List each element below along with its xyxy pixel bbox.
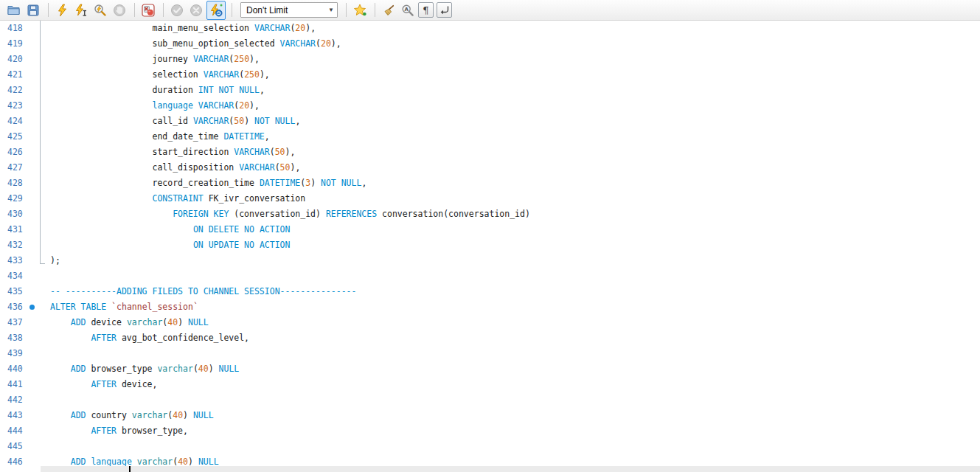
x-circle-icon bbox=[190, 4, 203, 17]
toolbar-separator bbox=[48, 3, 49, 17]
code-text: main_menu_selection VARCHAR(20), bbox=[50, 21, 316, 36]
line-number: 427 bbox=[7, 160, 23, 176]
code-line[interactable]: 436ALTER TABLE `channel_session` bbox=[0, 299, 980, 315]
code-line[interactable]: 426 start_direction VARCHAR(50), bbox=[0, 145, 980, 160]
toolbar-separator bbox=[134, 3, 135, 17]
sql-editor[interactable]: 418 main_menu_selection VARCHAR(20),419 … bbox=[0, 21, 980, 472]
code-text: FOREIGN KEY (conversation_id) REFERENCES… bbox=[50, 206, 530, 222]
svg-text:A: A bbox=[404, 6, 409, 12]
line-number: 439 bbox=[7, 346, 23, 361]
autocommit-toggle[interactable] bbox=[206, 1, 226, 20]
code-line[interactable]: 440 ADD browser_type varchar(40) NULL bbox=[0, 361, 980, 377]
line-number: 422 bbox=[7, 83, 23, 98]
code-line[interactable]: 437 ADD device varchar(40) NULL bbox=[0, 315, 980, 330]
line-number: 429 bbox=[7, 191, 23, 206]
code-text: AFTER device, bbox=[50, 377, 157, 392]
toolbar-separator bbox=[375, 3, 375, 17]
code-text: sub_menu_option_selected VARCHAR(20), bbox=[50, 36, 341, 52]
code-text: ); bbox=[50, 253, 60, 268]
code-text: CONSTRAINT FK_ivr_conversation bbox=[50, 191, 305, 206]
line-number: 443 bbox=[7, 408, 23, 423]
show-invisibles-toggle[interactable]: ¶ bbox=[418, 2, 434, 18]
code-line[interactable]: 441 AFTER device, bbox=[0, 377, 980, 392]
explain-plan-button[interactable] bbox=[91, 1, 109, 19]
wrap-text-toggle[interactable] bbox=[437, 2, 452, 18]
line-number: 418 bbox=[7, 21, 23, 36]
code-area: 418 main_menu_selection VARCHAR(20),419 … bbox=[0, 21, 980, 470]
code-line[interactable]: 425 end_date_time DATETIME, bbox=[0, 129, 980, 145]
pilcrow-icon: ¶ bbox=[423, 4, 428, 17]
rollback-button bbox=[187, 1, 205, 19]
code-text: ADD browser_type varchar(40) NULL bbox=[50, 361, 239, 377]
code-line[interactable]: 422 duration INT NOT NULL, bbox=[0, 83, 980, 98]
code-line[interactable]: 419 sub_menu_option_selected VARCHAR(20)… bbox=[0, 36, 980, 52]
code-line[interactable]: 429 CONSTRAINT FK_ivr_conversation bbox=[0, 191, 980, 206]
text-caret bbox=[129, 466, 131, 472]
line-number: 440 bbox=[7, 361, 23, 377]
code-text: call_disposition VARCHAR(50), bbox=[50, 160, 300, 176]
search-bolt-icon bbox=[94, 4, 107, 17]
code-text: language VARCHAR(20), bbox=[50, 98, 260, 114]
toolbar-separator bbox=[232, 3, 232, 17]
code-line[interactable]: 430 FOREIGN KEY (conversation_id) REFERE… bbox=[0, 206, 980, 222]
code-line[interactable]: 445 bbox=[0, 439, 980, 454]
code-line[interactable]: 442 bbox=[0, 392, 980, 408]
stop-error-icon bbox=[142, 4, 155, 17]
open-script-button[interactable] bbox=[5, 1, 23, 19]
line-number: 433 bbox=[7, 253, 23, 268]
line-number: 436 bbox=[7, 299, 23, 315]
code-line[interactable]: 435-- ----------ADDING FILEDS TO CHANNEL… bbox=[0, 284, 980, 299]
check-circle-icon bbox=[170, 4, 184, 17]
line-number: 438 bbox=[7, 330, 23, 346]
code-line[interactable]: 433); bbox=[0, 253, 980, 268]
code-line[interactable]: 434 bbox=[0, 268, 980, 284]
code-text: call_id VARCHAR(50) NOT NULL, bbox=[50, 114, 300, 129]
save-snippet-button[interactable] bbox=[351, 1, 369, 19]
limit-rows-dropdown[interactable]: Don't Limit▼ bbox=[240, 2, 338, 18]
save-script-button[interactable] bbox=[24, 1, 42, 19]
line-number: 432 bbox=[7, 237, 23, 253]
code-text: end_date_time DATETIME, bbox=[50, 129, 270, 145]
code-line[interactable]: 431 ON DELETE NO ACTION bbox=[0, 222, 980, 237]
code-line[interactable]: 438 AFTER avg_bot_confidence_level, bbox=[0, 330, 980, 346]
code-text: selection VARCHAR(250), bbox=[50, 67, 270, 83]
code-text: journey VARCHAR(250), bbox=[50, 52, 260, 67]
toolbar-separator bbox=[346, 3, 347, 17]
code-text: AFTER browser_type, bbox=[50, 423, 188, 439]
line-number: 423 bbox=[7, 98, 23, 114]
beautify-script-button[interactable] bbox=[380, 1, 397, 19]
code-line[interactable]: 423 language VARCHAR(20), bbox=[0, 98, 980, 114]
wrap-icon bbox=[439, 4, 451, 16]
broom-icon bbox=[382, 4, 395, 17]
code-text: record_creation_time DATETIME(3) NOT NUL… bbox=[50, 176, 366, 191]
code-line[interactable]: 421 selection VARCHAR(250), bbox=[0, 67, 980, 83]
hand-icon bbox=[113, 4, 126, 17]
find-button[interactable]: A bbox=[399, 1, 417, 19]
code-text: ON UPDATE NO ACTION bbox=[50, 237, 290, 253]
toolbar: Don't Limit▼A¶ bbox=[0, 0, 980, 21]
code-line[interactable]: 444 AFTER browser_type, bbox=[0, 423, 980, 439]
line-number: 446 bbox=[7, 454, 23, 470]
code-line[interactable]: 439 bbox=[0, 346, 980, 361]
execute-current-statement-button[interactable] bbox=[72, 1, 90, 19]
code-line[interactable]: 427 call_disposition VARCHAR(50), bbox=[0, 160, 980, 176]
code-line[interactable]: 418 main_menu_selection VARCHAR(20), bbox=[0, 21, 980, 36]
code-line[interactable]: 424 call_id VARCHAR(50) NOT NULL, bbox=[0, 114, 980, 129]
line-number: 444 bbox=[7, 423, 23, 439]
code-text: AFTER avg_bot_confidence_level, bbox=[50, 330, 249, 346]
star-plus-icon bbox=[353, 4, 366, 17]
line-number: 441 bbox=[7, 377, 23, 392]
line-number: 428 bbox=[7, 176, 23, 191]
limit-dropdown-value: Don't Limit bbox=[241, 5, 325, 15]
code-line[interactable]: 420 journey VARCHAR(250), bbox=[0, 52, 980, 67]
code-line[interactable]: 432 ON UPDATE NO ACTION bbox=[0, 237, 980, 253]
code-text: ON DELETE NO ACTION bbox=[50, 222, 290, 237]
stop-on-error-toggle[interactable] bbox=[139, 1, 157, 19]
code-line[interactable]: 443 ADD country varchar(40) NULL bbox=[0, 408, 980, 423]
execute-script-button[interactable] bbox=[53, 1, 71, 19]
code-line[interactable]: 428 record_creation_time DATETIME(3) NOT… bbox=[0, 176, 980, 191]
line-number: 437 bbox=[7, 315, 23, 330]
line-number: 442 bbox=[7, 392, 23, 408]
stop-execution-button bbox=[111, 1, 128, 19]
line-number: 434 bbox=[7, 268, 23, 284]
